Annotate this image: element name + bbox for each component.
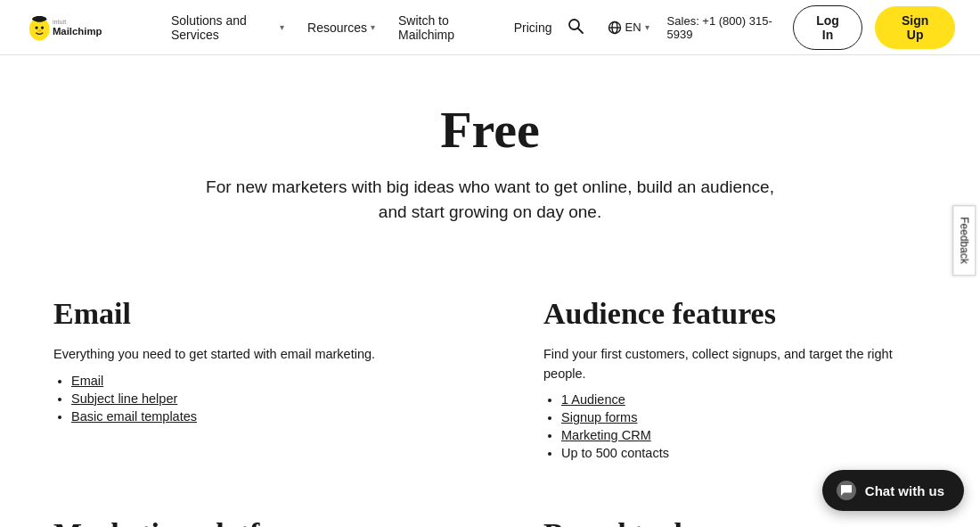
resources-menu-item[interactable]: Resources ▾ [298, 15, 384, 40]
list-item: Subject line helper [71, 391, 454, 406]
list-item: Signup forms [561, 410, 927, 424]
nav-menu: Solutions and Services ▾ Resources ▾ Swi… [162, 8, 561, 47]
solutions-label: Solutions and Services [171, 13, 276, 42]
feature-marketing: Marketing platform Multichannel tools to… [53, 490, 490, 527]
hero-section: Free For new marketers with big ideas wh… [0, 55, 980, 261]
list-item: Basic email templates [71, 409, 454, 424]
svg-rect-4 [37, 16, 43, 22]
subject-line-link[interactable]: Subject line helper [71, 391, 177, 406]
email-templates-link[interactable]: Basic email templates [71, 409, 197, 424]
svg-point-1 [35, 26, 37, 29]
pricing-link[interactable]: Pricing [505, 15, 561, 40]
email-list: Email Subject line helper Basic email te… [53, 374, 454, 424]
brand-title: Brand tools [543, 517, 927, 527]
switch-link[interactable]: Switch to Mailchimp [389, 8, 500, 47]
svg-point-2 [41, 26, 44, 29]
feature-audience: Audience features Find your first custom… [490, 270, 927, 491]
sales-number: Sales: +1 (800) 315-5939 [667, 14, 780, 41]
svg-text:intuit: intuit [53, 17, 66, 25]
main-navigation: intuit Mailchimp Solutions and Services … [0, 0, 980, 55]
search-icon [567, 17, 584, 35]
solutions-menu-item[interactable]: Solutions and Services ▾ [162, 8, 293, 47]
feedback-tab[interactable]: Feedback [953, 205, 976, 276]
svg-point-8 [569, 20, 579, 29]
lang-label: EN [625, 21, 641, 34]
lang-chevron-icon: ▾ [645, 22, 649, 32]
audience-desc: Find your first customers, collect signu… [543, 345, 927, 384]
marketing-crm-link[interactable]: Marketing CRM [561, 428, 651, 442]
contacts-label: Up to 500 contacts [561, 446, 669, 460]
list-item: 1 Audience [561, 392, 927, 407]
audience-title: Audience features [543, 297, 927, 331]
svg-line-9 [578, 29, 583, 33]
chat-label: Chat with us [865, 483, 944, 498]
globe-icon [608, 21, 622, 35]
chat-bubble-icon [837, 481, 856, 500]
svg-point-5 [37, 29, 42, 31]
svg-text:Mailchimp: Mailchimp [53, 26, 102, 37]
list-item: Email [71, 374, 454, 388]
audience-list: 1 Audience Signup forms Marketing CRM Up… [543, 392, 927, 460]
language-selector[interactable]: EN ▾ [602, 15, 655, 40]
list-item: Marketing CRM [561, 428, 927, 442]
resources-chevron-icon: ▾ [371, 22, 375, 32]
feature-email: Email Everything you need to get started… [53, 270, 490, 491]
email-desc: Everything you need to get started with … [53, 345, 454, 365]
logo[interactable]: intuit Mailchimp [25, 12, 141, 44]
audience-link[interactable]: 1 Audience [561, 392, 625, 407]
login-button[interactable]: Log In [793, 5, 862, 50]
chat-widget[interactable]: Chat with us [822, 470, 964, 511]
hero-subtitle: For new marketers with big ideas who wan… [18, 175, 962, 226]
chat-icon [840, 484, 853, 497]
nav-left: intuit Mailchimp Solutions and Services … [25, 8, 561, 47]
signup-button[interactable]: Sign Up [875, 6, 955, 49]
email-title: Email [53, 297, 454, 331]
list-item: Up to 500 contacts [561, 446, 927, 460]
mailchimp-logo-svg: intuit Mailchimp [25, 12, 141, 44]
signup-forms-link[interactable]: Signup forms [561, 410, 637, 424]
resources-label: Resources [307, 21, 367, 35]
email-link[interactable]: Email [71, 374, 103, 388]
solutions-chevron-icon: ▾ [280, 22, 284, 32]
hero-title: Free [18, 102, 962, 159]
marketing-title: Marketing platform [53, 517, 454, 527]
search-button[interactable] [561, 12, 590, 43]
nav-right: EN ▾ Sales: +1 (800) 315-5939 Log In Sig… [561, 5, 955, 50]
